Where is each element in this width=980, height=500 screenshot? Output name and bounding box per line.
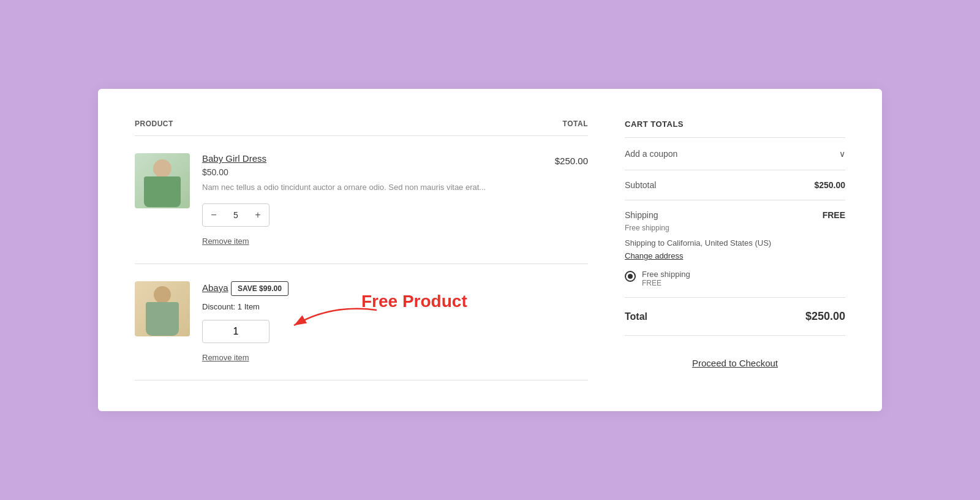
- radio-inner: [628, 274, 633, 279]
- cart-page: PRODUCT TOTAL Baby Girl Dress $50.00 Nam…: [98, 89, 882, 411]
- cart-totals-title: CART TOTALS: [625, 119, 845, 138]
- total-section: Total $250.00: [625, 298, 845, 336]
- total-value: $250.00: [805, 310, 845, 323]
- remove-item-abaya[interactable]: Remove item: [202, 353, 249, 362]
- subtotal-row: Subtotal $250.00: [625, 170, 845, 200]
- product-total-dress: $250.00: [539, 153, 588, 166]
- shipping-address: Shipping to California, United States (U…: [625, 238, 845, 248]
- col-total-header: TOTAL: [563, 119, 588, 128]
- shipping-option-price: FREE: [642, 279, 690, 287]
- quantity-display-abaya: 1: [202, 320, 270, 343]
- shipping-option-label: Free shipping: [642, 270, 690, 279]
- coupon-label: Add a coupon: [625, 149, 677, 159]
- quantity-decrease-dress[interactable]: −: [203, 204, 225, 226]
- col-product-header: PRODUCT: [135, 119, 173, 128]
- product-table: PRODUCT TOTAL Baby Girl Dress $50.00 Nam…: [135, 119, 588, 380]
- product-image-dress: [135, 153, 190, 208]
- product-name-dress[interactable]: Baby Girl Dress: [202, 153, 266, 164]
- product-info-dress: Baby Girl Dress $50.00 Nam nec tellus a …: [202, 153, 527, 246]
- product-row-abaya: Free Product Abaya SAVE $99.00 Discou: [135, 264, 588, 381]
- chevron-down-icon: ∨: [839, 149, 845, 159]
- checkout-button[interactable]: Proceed to Checkout: [625, 348, 845, 378]
- product-total-abaya: [539, 281, 588, 284]
- shipping-option-free[interactable]: Free shipping FREE: [625, 270, 845, 287]
- shipping-section: Shipping FREE Free shipping Shipping to …: [625, 200, 845, 298]
- change-address-button[interactable]: Change address: [625, 251, 683, 260]
- quantity-value-dress: 5: [225, 210, 247, 220]
- shipping-value: FREE: [823, 210, 845, 220]
- subtotal-value: $250.00: [814, 180, 845, 190]
- save-badge-abaya: SAVE $99.00: [231, 281, 288, 296]
- table-header: PRODUCT TOTAL: [135, 119, 588, 136]
- coupon-row[interactable]: Add a coupon ∨: [625, 138, 845, 170]
- product-info-abaya: Abaya SAVE $99.00 Discount: 1 Item 1 Rem…: [202, 281, 527, 363]
- discount-label-abaya: Discount: 1 Item: [202, 302, 527, 311]
- free-shipping-sub: Free shipping: [625, 224, 845, 232]
- quantity-control-dress: − 5 +: [202, 203, 270, 227]
- shipping-label: Shipping: [625, 210, 658, 220]
- remove-item-dress[interactable]: Remove item: [202, 237, 249, 246]
- shipping-radio[interactable]: [625, 271, 636, 282]
- cart-totals-panel: CART TOTALS Add a coupon ∨ Subtotal $250…: [625, 119, 845, 380]
- product-row-dress: Baby Girl Dress $50.00 Nam nec tellus a …: [135, 136, 588, 263]
- product-unit-price-dress: $50.00: [202, 167, 527, 177]
- subtotal-label: Subtotal: [625, 180, 656, 190]
- total-label: Total: [625, 311, 647, 322]
- product-description-dress: Nam nec tellus a odio tincidunt auctor a…: [202, 182, 527, 193]
- quantity-value-abaya: 1: [233, 326, 239, 337]
- quantity-increase-dress[interactable]: +: [247, 204, 269, 226]
- product-name-abaya[interactable]: Abaya: [202, 282, 228, 293]
- product-image-abaya: [135, 281, 190, 336]
